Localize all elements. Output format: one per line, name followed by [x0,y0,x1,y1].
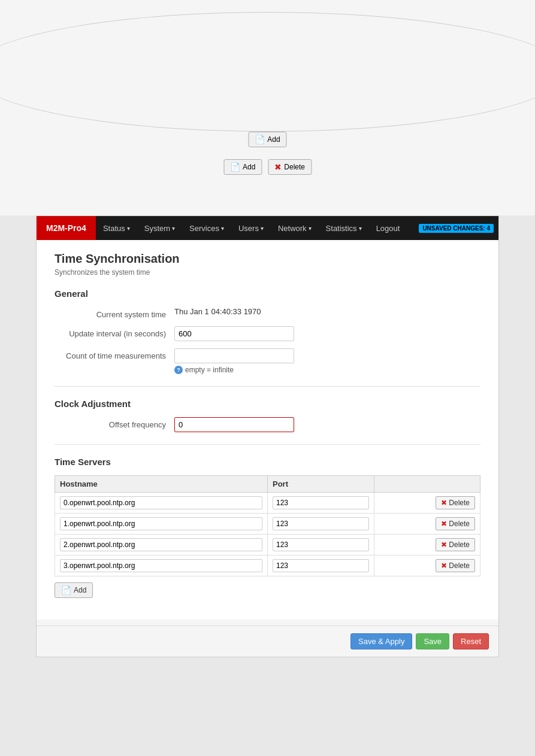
unsaved-changes-badge: UNSAVED CHANGES: 4 [419,224,494,233]
count-control: ? empty = infinite [174,348,294,374]
clock-divider [55,444,480,445]
reset-button[interactable]: Reset [453,633,489,649]
time-servers-title: Time Servers [55,457,480,467]
nav-statistics[interactable]: Statistics ▾ [319,216,369,240]
save-apply-button[interactable]: Save & Apply [350,633,412,649]
col-port: Port [268,476,374,493]
delete-row-2-button[interactable]: ✖ Delete [436,538,475,551]
delete-row-1-label: Delete [449,520,470,528]
count-label: Count of time measurements [55,348,174,360]
ts-add-icon: 📄 [61,585,71,595]
delete-row-3-icon: ✖ [441,561,447,570]
current-time-value: Thu Jan 1 04:40:33 1970 [174,307,294,316]
offset-frequency-control [174,417,294,432]
main-container: M2M-Pro4 Status ▾ System ▾ Services ▾ Us… [36,215,499,657]
port-input-0[interactable] [273,496,369,509]
update-interval-input[interactable] [174,326,294,341]
ghost-delete-label: Delete [284,163,305,171]
page-title: Time Synchronisation [55,252,480,266]
ghost-add-button[interactable]: 📄 Add [248,132,286,147]
hostname-input-0[interactable] [60,496,262,509]
delete-row-0-button[interactable]: ✖ Delete [436,496,475,509]
time-servers-table: Hostname Port ✖ Delete [55,475,480,576]
update-interval-label: Update interval (in seconds) [55,326,174,338]
delete-row-0-label: Delete [449,499,470,507]
ghost-add2-icon: 📄 [230,162,240,172]
offset-frequency-label: Offset frequency [55,417,174,429]
statistics-arrow-icon: ▾ [359,225,362,232]
count-hint: ? empty = infinite [174,366,294,374]
count-measurements-row: Count of time measurements ? empty = inf… [55,348,480,374]
ghost-add-label: Add [267,135,280,144]
nav-services[interactable]: Services ▾ [182,216,231,240]
general-divider [55,386,480,387]
hostname-input-1[interactable] [60,517,262,530]
status-arrow-icon: ▾ [127,225,130,232]
navbar: M2M-Pro4 Status ▾ System ▾ Services ▾ Us… [37,216,498,240]
ghost-delete-button[interactable]: ✖ Delete [268,159,312,175]
current-time-label: Current system time [55,307,174,319]
page-subtitle: Synchronizes the system time [55,268,480,277]
delete-row-1-icon: ✖ [441,520,447,528]
nav-network[interactable]: Network ▾ [271,216,319,240]
table-row: ✖ Delete [55,514,480,535]
time-server-add-button[interactable]: 📄 Add [55,582,93,598]
page-content: Time Synchronisation Synchronizes the sy… [37,240,498,620]
delete-row-2-icon: ✖ [441,541,447,549]
table-row: ✖ Delete [55,493,480,514]
offset-frequency-input[interactable] [174,417,294,432]
delete-row-3-label: Delete [449,561,470,570]
col-hostname: Hostname [55,476,268,493]
delete-row-3-button[interactable]: ✖ Delete [436,559,475,572]
clock-adjustment-title: Clock Adjustment [55,399,480,409]
current-time-display: Thu Jan 1 04:40:33 1970 [174,304,261,316]
count-hint-text: empty = infinite [185,366,234,374]
nav-logout[interactable]: Logout [369,216,407,240]
port-input-3[interactable] [273,559,369,572]
delete-row-2-label: Delete [449,541,470,549]
table-row: ✖ Delete [55,535,480,555]
port-input-1[interactable] [273,517,369,530]
navbar-brand[interactable]: M2M-Pro4 [37,216,96,240]
delete-row-0-icon: ✖ [441,499,447,507]
general-section-title: General [55,289,480,299]
offset-frequency-row: Offset frequency [55,417,480,432]
count-input[interactable] [174,348,294,363]
hint-info-icon: ? [174,366,183,374]
port-input-2[interactable] [273,538,369,551]
nav-system[interactable]: System ▾ [137,216,182,240]
ts-add-label: Add [74,586,86,594]
hostname-input-2[interactable] [60,538,262,551]
ghost-add2-button[interactable]: 📄 Add [223,159,262,175]
table-row: ✖ Delete [55,555,480,576]
hostname-input-3[interactable] [60,559,262,572]
services-arrow-icon: ▾ [221,225,224,232]
ghost-delete-icon: ✖ [274,162,282,172]
users-arrow-icon: ▾ [261,225,264,232]
network-arrow-icon: ▾ [309,225,312,232]
update-interval-row: Update interval (in seconds) [55,326,480,341]
ghost-add2-label: Add [243,163,255,171]
col-action [374,476,480,493]
system-arrow-icon: ▾ [172,225,175,232]
nav-users[interactable]: Users ▾ [231,216,271,240]
update-interval-control [174,326,294,341]
navbar-menu: Status ▾ System ▾ Services ▾ Users ▾ Net… [96,216,498,240]
footer-action-bar: Save & Apply Save Reset [37,626,498,657]
ghost-add-icon: 📄 [255,135,265,144]
current-time-row: Current system time Thu Jan 1 04:40:33 1… [55,307,480,319]
delete-row-1-button[interactable]: ✖ Delete [436,517,475,530]
save-button[interactable]: Save [416,633,449,649]
nav-status[interactable]: Status ▾ [96,216,137,240]
